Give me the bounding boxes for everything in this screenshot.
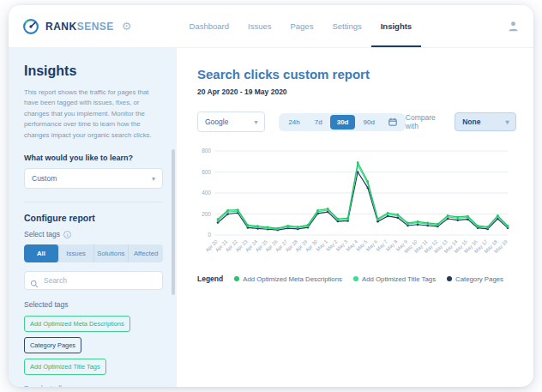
sidebar-divider (24, 202, 163, 202)
clicks-line-chart[interactable]: 0200400600800Apr 20Apr 21Apr 22Apr 23Apr… (197, 142, 516, 273)
legend-label: Legend (197, 274, 223, 283)
info-icon[interactable]: i (63, 231, 71, 238)
legend-item-title-tags: Add Optimized Title Tags (353, 275, 436, 283)
svg-text:0: 0 (208, 232, 211, 238)
chevron-down-icon: ▾ (152, 175, 155, 183)
deselect-all-link[interactable]: Deselect all (24, 384, 163, 387)
tag-chip-title-tags[interactable]: Add Optimized Title Tags (24, 359, 106, 375)
range-button-24h[interactable]: 24h (281, 115, 306, 130)
brand-name-primary: RANK (45, 21, 77, 33)
range-button-90d[interactable]: 90d (356, 115, 381, 130)
content-area: Insights This report shows the traffic f… (9, 48, 533, 387)
main-panel: Search clicks custom report 20 Apr 2020 … (177, 48, 533, 387)
tag-tab-issues[interactable]: Issues (59, 244, 94, 262)
nav-item-pages[interactable]: Pages (280, 5, 322, 47)
sidebar-scrollbar[interactable] (172, 149, 175, 295)
svg-text:400: 400 (202, 190, 211, 196)
range-button-30d[interactable]: 30d (330, 115, 356, 130)
tag-chip-meta-descriptions[interactable]: Add Optimized Meta Descriptions (24, 316, 130, 332)
calendar-button[interactable] (382, 116, 403, 128)
nav-item-settings[interactable]: Settings (322, 5, 370, 47)
search-icon (30, 276, 39, 292)
configure-report-title: Configure report (24, 213, 163, 223)
legend-item-meta-descriptions: Add Optimized Meta Descriptions (234, 275, 342, 283)
compare-select-value: None (462, 118, 480, 126)
selected-tags-label: Selected tags (24, 300, 163, 309)
legend-item-label: Add Optimized Title Tags (362, 275, 436, 283)
svg-text:800: 800 (202, 148, 211, 154)
brand-name-secondary: SENSE (77, 21, 114, 33)
brand-name: RANKSENSE (45, 21, 114, 33)
select-tags-row: Select tags i (24, 230, 163, 238)
nav-item-issues[interactable]: Issues (238, 5, 280, 47)
legend-item-category-pages: Category Pages (447, 275, 503, 283)
sidebar-description: This report shows the traffic for pages … (24, 87, 163, 141)
nav-item-dashboard[interactable]: Dashboard (180, 5, 238, 47)
learn-question-label: What would you like to learn? (24, 154, 163, 162)
sidebar-title: Insights (24, 63, 163, 79)
calendar-icon (388, 118, 397, 126)
compare-with-label: Compare with (406, 113, 446, 130)
chart-canvas: 0200400600800Apr 20Apr 21Apr 22Apr 23Apr… (197, 142, 515, 269)
tag-filter-tabs: All Issues Solutions Affected (24, 244, 163, 262)
settings-gear-icon[interactable]: ⚙ (122, 20, 132, 33)
chevron-down-icon: ▾ (505, 118, 509, 126)
time-range-group: 24h 7d 30d 90d (279, 113, 405, 131)
date-range-label: 20 Apr 2020 - 19 May 2020 (197, 87, 516, 96)
legend-dot-green-icon (234, 276, 239, 281)
sidebar: Insights This report shows the traffic f… (9, 48, 177, 387)
legend-item-label: Add Optimized Meta Descriptions (243, 275, 342, 283)
report-type-value: Custom (32, 174, 57, 183)
legend-item-label: Category Pages (455, 275, 503, 283)
tag-tab-solutions[interactable]: Solutions (94, 244, 129, 262)
svg-text:600: 600 (202, 169, 211, 175)
page-title: Search clicks custom report (197, 67, 516, 81)
tag-chip-category-pages[interactable]: Category Pages (24, 337, 81, 353)
tag-tab-affected[interactable]: Affected (129, 244, 163, 262)
select-tags-label: Select tags (24, 230, 60, 238)
source-select[interactable]: Google ▾ (197, 112, 265, 132)
source-select-value: Google (205, 118, 228, 126)
tag-tab-all[interactable]: All (24, 244, 59, 262)
chart-legend: Legend Add Optimized Meta Descriptions A… (197, 274, 516, 283)
legend-dot-dark-icon (447, 276, 452, 281)
report-controls: Google ▾ 24h 7d 30d 90d (197, 112, 516, 132)
svg-text:200: 200 (202, 211, 211, 217)
chevron-down-icon: ▾ (254, 118, 257, 126)
user-avatar-icon[interactable] (507, 20, 520, 33)
selected-tags-list: Add Optimized Meta Descriptions Category… (24, 316, 163, 375)
gauge-logo-icon (22, 18, 39, 35)
report-type-select[interactable]: Custom ▾ (24, 168, 163, 189)
nav-item-insights[interactable]: Insights (371, 5, 421, 47)
top-navigation-bar: RANKSENSE ⚙ Dashboard Issues Pages Setti… (9, 5, 533, 48)
brand-logo[interactable]: RANKSENSE (22, 5, 114, 47)
tag-search (24, 271, 163, 290)
compare-select[interactable]: None ▾ (455, 112, 516, 131)
main-nav: Dashboard Issues Pages Settings Insights (180, 5, 422, 47)
legend-dot-teal-icon (353, 276, 358, 281)
app-window: RANKSENSE ⚙ Dashboard Issues Pages Setti… (9, 5, 533, 387)
search-input[interactable] (24, 271, 163, 290)
range-button-7d[interactable]: 7d (308, 115, 329, 130)
